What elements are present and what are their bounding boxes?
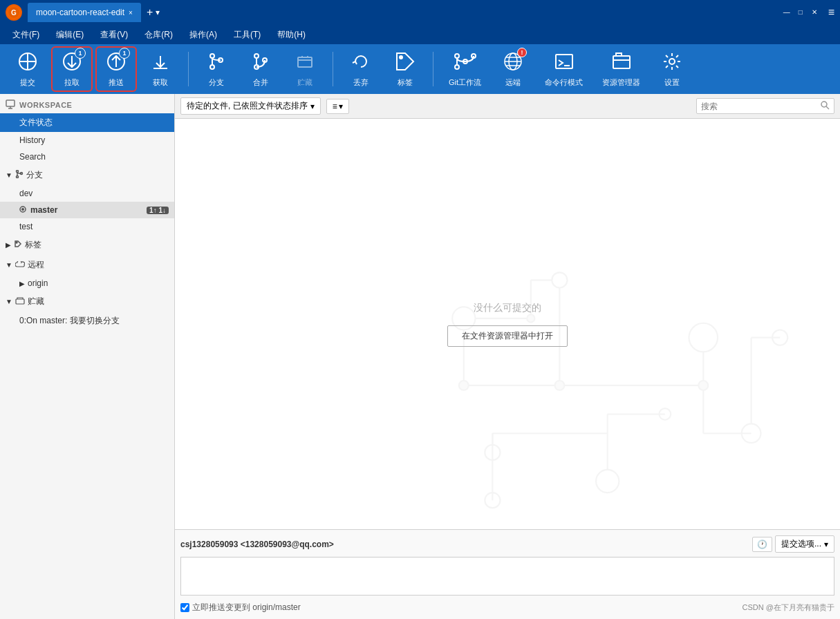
fetch-button[interactable]: 获取 xyxy=(141,48,180,91)
commit-options-button[interactable]: 提交选项... ▾ xyxy=(775,535,834,553)
push-icon: 1 xyxy=(105,50,127,76)
circuit-decoration xyxy=(375,242,840,529)
discard-icon xyxy=(350,50,372,76)
svg-rect-48 xyxy=(16,299,24,304)
commit-options-dropdown-icon: ▾ xyxy=(824,540,828,549)
tab-close-icon[interactable]: × xyxy=(129,9,133,17)
terminal-icon xyxy=(553,50,575,76)
settings-icon xyxy=(661,50,683,76)
content-area: 待定的文件, 已依照文件状态排序 ▾ ≡ ▾ xyxy=(175,94,840,619)
merge-icon xyxy=(250,50,272,76)
svg-point-67 xyxy=(554,381,564,390)
settings-label: 设置 xyxy=(664,77,680,88)
svg-point-12 xyxy=(210,65,214,69)
fetch-icon xyxy=(149,50,171,76)
remote-item-origin[interactable]: ▶ origin xyxy=(0,275,174,292)
search-box xyxy=(696,98,834,114)
merge-button[interactable]: 合并 xyxy=(241,48,280,91)
branch-item-dev[interactable]: dev xyxy=(0,185,174,202)
titlebar-tabs: moon-cartoon-react-edit × + ▾ xyxy=(28,3,781,22)
commit-message-input[interactable] xyxy=(180,557,834,596)
search-input[interactable] xyxy=(701,102,820,111)
push-label: 推送 xyxy=(109,77,124,88)
commit-options-label: 提交选项... xyxy=(781,538,821,550)
branch-section-icon xyxy=(15,170,24,180)
menu-help[interactable]: 帮助(H) xyxy=(270,28,312,42)
hamburger-menu[interactable]: ≡ xyxy=(828,6,834,19)
active-tab[interactable]: moon-cartoon-react-edit × xyxy=(28,3,141,22)
branches-section-header[interactable]: ▼ 分支 xyxy=(0,165,174,185)
svg-point-53 xyxy=(689,323,718,352)
remote-caret-icon: ▼ xyxy=(6,261,12,269)
svg-point-24 xyxy=(455,65,459,69)
toolbar: 提交 1 拉取 1 推送 xyxy=(0,44,840,94)
pull-button[interactable]: 1 拉取 xyxy=(53,48,91,91)
push-immediately-checkbox[interactable] xyxy=(180,603,189,612)
stash-item-0[interactable]: 0:On master: 我要切换分支 xyxy=(0,312,174,330)
stash-label: 贮藏 xyxy=(297,77,312,88)
divider-2 xyxy=(333,52,333,86)
settings-button[interactable]: 设置 xyxy=(653,48,691,91)
explorer-button[interactable]: 资源管理器 xyxy=(595,48,647,91)
commit-button[interactable]: 提交 xyxy=(8,48,47,91)
close-button[interactable]: ✕ xyxy=(809,6,820,17)
sidebar-item-search[interactable]: Search xyxy=(0,149,174,165)
tags-section-header[interactable]: ▶ 标签 xyxy=(0,235,174,255)
merge-label: 合并 xyxy=(253,77,268,88)
svg-point-15 xyxy=(254,54,259,58)
commit-footer: 立即推送变更到 origin/master CSDN @在下月亮有猫贵于 xyxy=(180,602,834,613)
sort-label: 待定的文件, 已依照文件状态排序 xyxy=(187,100,308,112)
window-controls: — □ ✕ ≡ xyxy=(781,6,834,19)
current-branch-indicator xyxy=(19,205,26,215)
divider-1 xyxy=(188,52,189,86)
menubar: 文件(F) 编辑(E) 查看(V) 仓库(R) 操作(A) 工具(T) 帮助(H… xyxy=(0,25,840,44)
filter-button[interactable]: ≡ ▾ xyxy=(326,99,349,114)
remote-button[interactable]: ! 远端 xyxy=(494,48,532,91)
stash-button[interactable]: 贮藏 xyxy=(286,48,324,91)
workspace-section: WORKSPACE xyxy=(0,94,174,113)
remote-icon: ! xyxy=(502,50,524,76)
add-tab-button[interactable]: + xyxy=(147,6,153,19)
discard-button[interactable]: 丢弃 xyxy=(342,48,380,91)
menu-edit[interactable]: 编辑(E) xyxy=(49,28,91,42)
tab-label: moon-cartoon-react-edit xyxy=(36,8,124,17)
sort-dropdown-icon: ▾ xyxy=(310,102,315,111)
menu-file[interactable]: 文件(F) xyxy=(6,28,46,42)
svg-point-80 xyxy=(527,315,534,323)
sort-dropdown[interactable]: 待定的文件, 已依照文件状态排序 ▾ xyxy=(180,97,321,115)
push-immediately-label: 立即推送变更到 origin/master xyxy=(192,602,301,613)
maximize-button[interactable]: □ xyxy=(795,6,806,17)
commit-history-button[interactable]: 🕐 xyxy=(752,537,772,552)
sidebar-item-file-status[interactable]: 文件状态 xyxy=(0,113,174,132)
stash-section-header[interactable]: ▼ 贮藏 xyxy=(0,292,174,312)
tab-dropdown-button[interactable]: ▾ xyxy=(156,8,160,17)
menu-view[interactable]: 查看(V) xyxy=(93,28,135,42)
svg-point-23 xyxy=(455,54,459,58)
svg-point-46 xyxy=(21,208,24,211)
commit-panel: csj1328059093 <1328059093@qq.com> 🕐 提交选项… xyxy=(175,529,840,619)
branch-button[interactable]: 分支 xyxy=(197,48,236,91)
origin-caret-icon: ▶ xyxy=(19,280,25,287)
stash-icon xyxy=(294,50,316,76)
minimize-button[interactable]: — xyxy=(781,6,792,17)
menu-repo[interactable]: 仓库(R) xyxy=(138,28,180,42)
svg-rect-35 xyxy=(613,56,630,68)
git-flow-button[interactable]: Git工作流 xyxy=(442,48,488,91)
menu-tools[interactable]: 工具(T) xyxy=(227,28,268,42)
tag-label: 标签 xyxy=(398,77,413,88)
svg-point-49 xyxy=(821,102,827,107)
branch-item-test[interactable]: test xyxy=(0,218,174,235)
explorer-icon xyxy=(610,50,633,76)
tag-button[interactable]: 标签 xyxy=(386,48,424,91)
remote-label: 远端 xyxy=(505,77,521,88)
explorer-label: 资源管理器 xyxy=(602,77,640,88)
remote-section-header[interactable]: ▼ 远程 xyxy=(0,255,174,275)
menu-action[interactable]: 操作(A) xyxy=(183,28,224,42)
branch-item-master[interactable]: master 1↑ 1↓ xyxy=(0,202,174,218)
pull-badge: 1 xyxy=(75,48,86,59)
master-branch-badge: 1↑ 1↓ xyxy=(147,207,169,214)
terminal-button[interactable]: 命令行模式 xyxy=(538,48,590,91)
main-layout: WORKSPACE 文件状态 History Search ▼ 分支 xyxy=(0,94,840,619)
sidebar-item-history[interactable]: History xyxy=(0,132,174,149)
push-button[interactable]: 1 推送 xyxy=(97,48,136,91)
